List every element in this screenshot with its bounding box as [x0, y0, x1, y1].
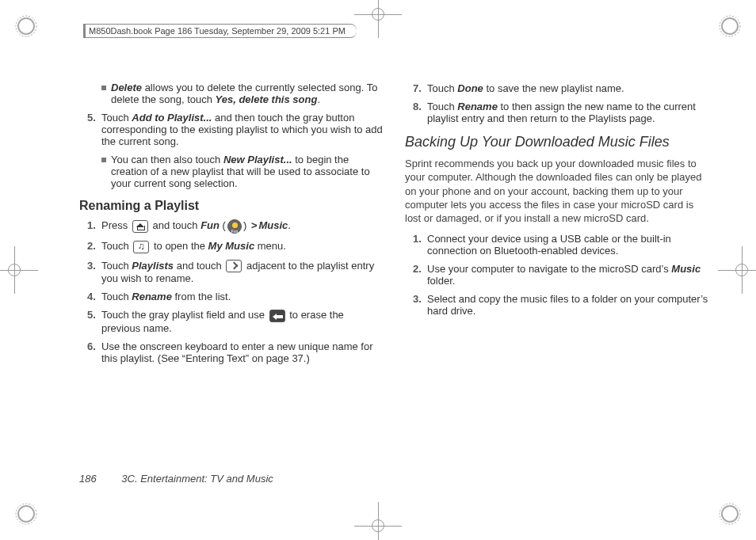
yes-delete-label: Yes, delete this song: [216, 93, 318, 105]
bullet-text: Delete allows you to delete the currentl…: [111, 82, 383, 105]
step-text: Press and touch Fun () >Music.: [101, 219, 383, 234]
step-text: Touch Playlists and touch adjacent to th…: [101, 260, 383, 285]
step-number: 4.: [87, 291, 101, 302]
column-right: 7. Touch Done to save the new playlist n…: [405, 79, 708, 475]
step-text: Touch Rename from the list.: [101, 291, 383, 302]
svg-point-4: [18, 506, 34, 522]
section-title: 3C. Entertainment: TV and Music: [121, 473, 273, 485]
step-number: 1.: [413, 233, 427, 257]
step-text: Touch Done to save the new playlist name…: [427, 82, 708, 94]
registration-mark-top: [354, 0, 402, 38]
step-number: 8.: [413, 101, 427, 124]
svg-point-2: [722, 18, 738, 34]
print-mark-bottom-left: [14, 502, 38, 526]
step-text: Touch Rename to then assign the new name…: [427, 101, 708, 124]
music-icon: [133, 241, 149, 253]
backup-step-2: 2. Use your computer to navigate to the …: [413, 263, 708, 287]
step-number: 6.: [87, 340, 101, 364]
registration-mark-left: [0, 246, 38, 294]
rename-step-6: 6. Use the onscreen keyboard to enter a …: [87, 340, 383, 364]
step-number: 7.: [413, 82, 427, 94]
step-text: Use your computer to navigate to the mic…: [427, 263, 708, 287]
bullet-new-playlist: You can then also touch New Playlist... …: [101, 154, 383, 189]
print-mark-top-right: [718, 14, 742, 38]
step-number: 3.: [87, 260, 101, 285]
backup-step-1: 1. Connect your device using a USB cable…: [413, 233, 708, 257]
step-text: Connect your device using a USB cable or…: [427, 233, 708, 257]
step-text: Touch the gray playlist field and use to…: [101, 309, 383, 334]
step-text: Use the onscreen keyboard to enter a new…: [101, 340, 383, 364]
step-text: Touch Add to Playlist... and then touch …: [101, 112, 383, 147]
bullet-delete: Delete allows you to delete the currentl…: [101, 82, 383, 105]
rename-step-4: 4. Touch Rename from the list.: [87, 291, 383, 302]
backup-step-3: 3. Select and copy the music files to a …: [413, 293, 708, 317]
step-number: 2.: [413, 263, 427, 287]
rename-step-5: 5. Touch the gray playlist field and use…: [87, 309, 383, 334]
backup-intro: Sprint recommends you back up your downl…: [405, 157, 708, 225]
bullet-text: You can then also touch New Playlist... …: [111, 154, 383, 189]
page-footer: 186 3C. Entertainment: TV and Music: [79, 473, 273, 485]
my-music-label: My Music: [208, 240, 255, 252]
rename-label: Rename: [132, 291, 172, 302]
heading-backing-up: Backing Up Your Downloaded Music Files: [405, 134, 708, 150]
print-mark-top-left: [14, 14, 38, 38]
step-8-rename: 8. Touch Rename to then assign the new n…: [413, 101, 708, 124]
step-number: 3.: [413, 293, 427, 317]
done-label: Done: [457, 82, 483, 94]
step-5-add-to-playlist: 5. Touch Add to Playlist... and then tou…: [87, 112, 383, 147]
bullet-icon: [101, 158, 106, 162]
delete-label: Delete: [111, 82, 142, 93]
backspace-icon: [269, 310, 285, 322]
svg-point-0: [18, 18, 34, 34]
step-text: Touch to open the My Music menu.: [101, 240, 383, 253]
rename-step-2: 2. Touch to open the My Music menu.: [87, 240, 383, 253]
music-label: Music: [259, 219, 288, 231]
registration-mark-right: [718, 246, 756, 294]
document-header: M850Dash.book Page 186 Tuesday, Septembe…: [83, 24, 357, 38]
add-to-playlist-label: Add to Playlist...: [132, 112, 212, 124]
page-content: Delete allows you to delete the currentl…: [79, 79, 708, 475]
registration-mark-bottom: [354, 502, 402, 540]
step-7-done: 7. Touch Done to save the new playlist n…: [413, 82, 708, 94]
step-number: 5.: [87, 309, 101, 334]
music-folder-label: Music: [671, 263, 701, 275]
rename-label: Rename: [457, 101, 498, 112]
home-icon: [132, 220, 148, 233]
heading-renaming-playlist: Renaming a Playlist: [79, 199, 383, 213]
step-number: 2.: [87, 240, 101, 253]
fun-icon: [227, 219, 242, 234]
print-mark-bottom-right: [718, 502, 742, 526]
fun-label: Fun: [200, 219, 220, 231]
step-number: 5.: [87, 112, 101, 147]
step-number: 1.: [87, 219, 101, 234]
chevron-right-box-icon: [226, 260, 242, 272]
rename-step-3: 3. Touch Playlists and touch adjacent to…: [87, 260, 383, 285]
chevron-right-icon: >: [251, 219, 258, 231]
page-number: 186: [79, 473, 97, 485]
column-left: Delete allows you to delete the currentl…: [79, 79, 383, 475]
svg-point-6: [722, 506, 738, 522]
new-playlist-label: New Playlist...: [223, 154, 292, 165]
rename-step-1: 1. Press and touch Fun () >Music.: [87, 219, 383, 234]
bullet-icon: [101, 86, 106, 90]
step-text: Select and copy the music files to a fol…: [427, 293, 708, 317]
playlists-label: Playlists: [132, 260, 174, 272]
